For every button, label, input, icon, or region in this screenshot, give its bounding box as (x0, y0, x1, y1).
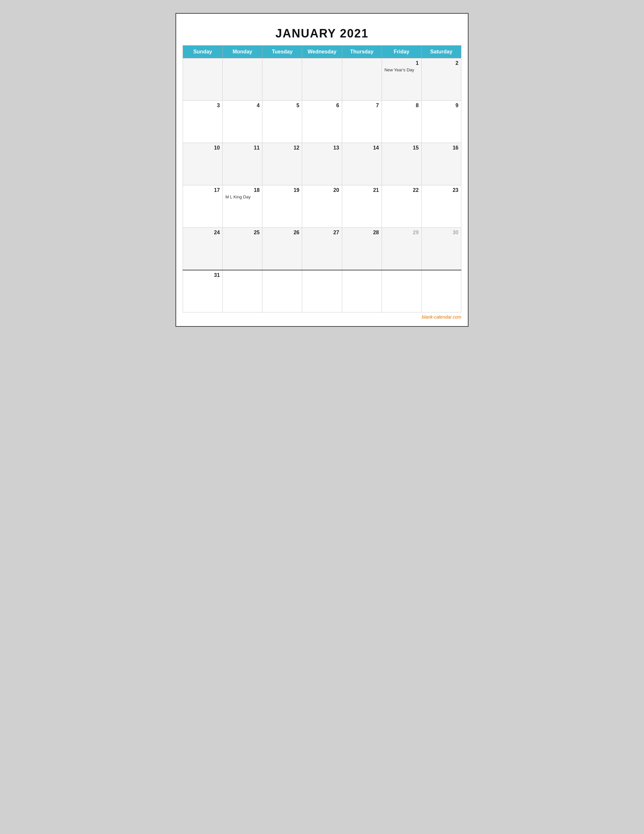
day-header-monday: Monday (223, 45, 262, 58)
calendar-page: JANUARY 2021 SundayMondayTuesdayWednesda… (176, 13, 468, 327)
calendar-cell (302, 270, 342, 312)
calendar-cell (342, 270, 382, 312)
calendar-cell: 24 (183, 228, 223, 270)
calendar-cell: 3 (183, 101, 223, 143)
header-row: SundayMondayTuesdayWednesdayThursdayFrid… (183, 45, 462, 58)
day-number: 25 (225, 230, 260, 236)
day-number: 23 (424, 187, 458, 193)
calendar-cell: 31 (183, 270, 223, 312)
week-row: 1718M L King Day1920212223 (183, 185, 462, 228)
calendar-cell: 12 (262, 143, 302, 185)
day-number: 1 (384, 60, 419, 66)
calendar-cell: 30 (421, 228, 461, 270)
day-number: 24 (186, 230, 220, 236)
holiday-label: M L King Day (225, 194, 260, 199)
calendar-cell (183, 58, 223, 101)
day-header-thursday: Thursday (342, 45, 382, 58)
calendar-cell (262, 270, 302, 312)
week-row: 31 (183, 270, 462, 312)
day-number: 7 (345, 103, 379, 108)
week-row: 24252627282930 (183, 228, 462, 270)
week-row: 10111213141516 (183, 143, 462, 185)
calendar-title: JANUARY 2021 (182, 20, 462, 45)
day-number: 11 (225, 145, 260, 151)
calendar-cell (421, 270, 461, 312)
day-number: 30 (424, 230, 458, 236)
calendar-cell: 25 (223, 228, 262, 270)
calendar-cell: 4 (223, 101, 262, 143)
calendar-cell: 9 (421, 101, 461, 143)
day-number: 21 (345, 187, 379, 193)
calendar-cell: 1New Year's Day (382, 58, 421, 101)
holiday-label: New Year's Day (384, 68, 419, 72)
calendar-cell: 27 (302, 228, 342, 270)
calendar-cell: 21 (342, 185, 382, 228)
day-number: 20 (305, 187, 339, 193)
calendar-cell (342, 58, 382, 101)
calendar-cell (382, 270, 421, 312)
calendar-cell: 5 (262, 101, 302, 143)
calendar-cell: 17 (183, 185, 223, 228)
day-number: 6 (305, 103, 339, 108)
day-header-wednesday: Wednesday (302, 45, 342, 58)
calendar-cell (223, 58, 262, 101)
day-header-tuesday: Tuesday (262, 45, 302, 58)
calendar-cell: 29 (382, 228, 421, 270)
calendar-cell: 15 (382, 143, 421, 185)
day-header-sunday: Sunday (183, 45, 223, 58)
day-number: 27 (305, 230, 339, 236)
week-row: 1New Year's Day2 (183, 58, 462, 101)
day-number: 10 (186, 145, 220, 151)
day-number: 5 (265, 103, 299, 108)
calendar-cell: 10 (183, 143, 223, 185)
calendar-cell: 22 (382, 185, 421, 228)
calendar-cell: 18M L King Day (223, 185, 262, 228)
calendar-cell: 6 (302, 101, 342, 143)
day-number: 15 (384, 145, 419, 151)
watermark: blank-calendar.com (182, 314, 462, 320)
calendar-cell: 11 (223, 143, 262, 185)
day-number: 18 (225, 187, 260, 193)
calendar-cell: 26 (262, 228, 302, 270)
calendar-cell (262, 58, 302, 101)
calendar-cell: 14 (342, 143, 382, 185)
day-number: 8 (384, 103, 419, 108)
calendar-cell (223, 270, 262, 312)
calendar-cell: 8 (382, 101, 421, 143)
day-number: 2 (424, 60, 458, 66)
day-number: 22 (384, 187, 419, 193)
calendar-table: SundayMondayTuesdayWednesdayThursdayFrid… (182, 45, 462, 312)
day-number: 3 (186, 103, 220, 108)
calendar-cell: 7 (342, 101, 382, 143)
day-number: 9 (424, 103, 458, 108)
day-number: 29 (384, 230, 419, 236)
calendar-cell: 13 (302, 143, 342, 185)
calendar-cell: 28 (342, 228, 382, 270)
day-number: 31 (186, 272, 220, 278)
day-number: 28 (345, 230, 379, 236)
day-number: 17 (186, 187, 220, 193)
day-number: 13 (305, 145, 339, 151)
calendar-cell: 20 (302, 185, 342, 228)
day-header-friday: Friday (382, 45, 421, 58)
day-number: 16 (424, 145, 458, 151)
day-number: 26 (265, 230, 299, 236)
day-header-saturday: Saturday (421, 45, 461, 58)
day-number: 14 (345, 145, 379, 151)
day-number: 19 (265, 187, 299, 193)
calendar-cell: 19 (262, 185, 302, 228)
calendar-cell: 2 (421, 58, 461, 101)
calendar-cell: 16 (421, 143, 461, 185)
day-number: 4 (225, 103, 260, 108)
day-number: 12 (265, 145, 299, 151)
calendar-cell (302, 58, 342, 101)
calendar-cell: 23 (421, 185, 461, 228)
week-row: 3456789 (183, 101, 462, 143)
